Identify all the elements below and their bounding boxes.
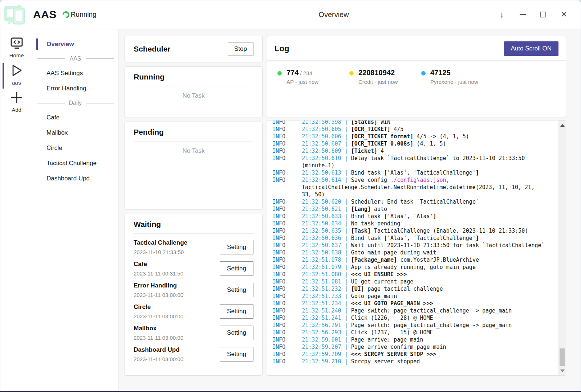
setting-button[interactable]: Setting — [220, 304, 253, 319]
minimize-icon[interactable] — [518, 10, 527, 19]
log-timestamp: 21:32:56.291 — [302, 322, 341, 328]
sidebar-item-tactical-challenge[interactable]: Tactical Challenge — [33, 156, 118, 171]
log-line: INFO 21:32:51.080 | <<< UI ENSURE >>> — [272, 271, 557, 278]
log-message-segment: [Ticket] — [351, 148, 377, 154]
log-separator: | — [341, 315, 351, 321]
log-message-segment: [Package_name] — [351, 257, 397, 263]
maximize-icon[interactable] — [539, 10, 548, 19]
log-message-segment: 4 — [377, 148, 384, 154]
setting-button[interactable]: Setting — [220, 240, 253, 254]
log-timestamp: 21:32:50.621 — [302, 206, 341, 212]
log-line: INFO 21:32:51.240 | Page switch: page_ta… — [272, 307, 557, 314]
log-line: INFO 21:32:50.605 | [OCR_TICKET] 4/5 — [272, 126, 557, 133]
waiting-task-next-run: 2023-11-11 03:00:00 — [134, 356, 183, 362]
log-message-segment: Click (1237, 15) @ HOME — [351, 329, 433, 336]
setting-button[interactable]: Setting — [220, 326, 253, 340]
waiting-task-next-run: 2023-11-11 03:00:00 — [134, 313, 183, 319]
waiting-task-row: Tactical Challenge2023-11-10 21:33:50Set… — [134, 239, 253, 255]
log-level: INFO — [272, 249, 302, 256]
log-line: INFO 21:32:50.633 | Bind task ['Alas', '… — [272, 213, 557, 220]
rail-item-label: Home — [9, 52, 24, 58]
log-level: INFO — [272, 206, 302, 212]
sidebar-item-dashboard-upd[interactable]: Dashboard Upd — [33, 171, 118, 186]
stat-text: 47125Pyroxene - just now — [430, 69, 478, 85]
log-message-segment: [OCR_TICKET] — [351, 126, 390, 132]
stat-value: 774 / 234 — [287, 69, 318, 77]
divider — [134, 233, 253, 234]
log-message-segment: [ — [384, 170, 387, 176]
log-level: INFO — [272, 220, 302, 227]
sidebar-item-mailbox[interactable]: Mailbox — [33, 125, 118, 140]
log-separator: | — [341, 278, 351, 285]
scroll-up-icon[interactable] — [559, 121, 566, 129]
log-line: INFO 21:32:50.634 | No task pending — [272, 220, 557, 227]
close-icon[interactable]: ✕ — [560, 10, 568, 19]
setting-button[interactable]: Setting — [220, 347, 253, 362]
sidebar-item-circle[interactable]: Circle — [33, 140, 118, 156]
log-level: INFO — [272, 133, 302, 140]
log-level: INFO — [272, 322, 302, 328]
log-level: INFO — [272, 140, 302, 147]
log-level: INFO — [272, 177, 302, 183]
rail-item-aas[interactable]: aas — [0, 64, 33, 91]
log-header-card: Log Auto Scroll ON 774 / 234AP - just no… — [267, 36, 566, 117]
scroll-down-icon[interactable] — [559, 367, 566, 375]
log-separator: | — [341, 140, 351, 147]
log-level: INFO — [272, 155, 302, 162]
log-separator: | — [341, 235, 351, 241]
log-line: INFO 21:32:59.210 | Scrcpy server stoppe… — [272, 358, 557, 365]
sidebar-item-cafe[interactable]: Cafe — [33, 110, 118, 125]
log-level: INFO — [272, 264, 302, 270]
stop-button[interactable]: Stop — [228, 42, 253, 56]
log-separator: | — [341, 249, 351, 256]
log-message-segment: [ — [384, 213, 387, 220]
waiting-task-row: Error Handling2023-11-11 03:00:00Setting — [134, 282, 253, 298]
log-message-segment: Click (1226, 28) @ HOME — [351, 315, 433, 321]
log-line: INFO 21:32:50.598 | [Status] WIN — [272, 120, 557, 126]
sidebar-item-overview[interactable]: Overview — [33, 38, 118, 50]
log-timestamp: 21:32:50.637 — [302, 242, 341, 249]
waiting-task-next-run: 2023-11-11 03:00:00 — [134, 335, 183, 341]
log-message-segment: Save config — [351, 177, 390, 183]
sidebar-item-aas-settings[interactable]: AAS Settings — [33, 66, 118, 81]
rail-item-home[interactable]: Home — [0, 37, 33, 64]
log-level: INFO — [272, 329, 302, 336]
log-scrollbar[interactable] — [558, 121, 566, 375]
waiting-task-next-run: 2023-11-11 00:31:50 — [134, 270, 183, 277]
log-timestamp: 21:32:51.241 — [302, 315, 341, 321]
log-message-segment: [OCR_TICKET 0.008s] — [351, 140, 414, 147]
log-timestamp: 21:32:50.607 — [302, 140, 341, 147]
log-line: INFO 21:32:50.607 | [OCR_TICKET 0.008s] … — [272, 140, 557, 147]
waiting-task-row: Cafe2023-11-11 00:31:50Setting — [134, 261, 253, 277]
sidebar-item-error-handling[interactable]: Error Handling — [33, 81, 118, 96]
running-spinner-icon — [61, 10, 71, 20]
log-message-segment: ./config\aas.json — [390, 177, 446, 183]
app-logo-icon — [4, 4, 25, 25]
log-level: INFO — [272, 213, 302, 220]
setting-button[interactable]: Setting — [220, 261, 253, 276]
log-message-segment: [UI] — [351, 286, 364, 292]
log-message-segment: ] — [433, 213, 436, 220]
download-update-icon[interactable]: ↓ — [497, 10, 506, 19]
setting-button[interactable]: Setting — [220, 283, 253, 297]
log-line: INFO 21:32:59.207 | Page arrive confirm … — [272, 343, 557, 351]
stat-value: 47125 — [430, 69, 478, 77]
log-message-segment: Page arrive confirm page_main — [351, 344, 446, 350]
log-message-segment: Page switch: page_tactical_challenge -> … — [351, 322, 512, 328]
waiting-task-info: Error Handling2023-11-11 03:00:00 — [134, 282, 183, 298]
stat-total: / 234 — [298, 70, 312, 76]
running-title: Running — [134, 73, 253, 81]
divider — [267, 60, 566, 61]
waiting-task-name: Mailbox — [134, 325, 183, 332]
scrollbar-thumb[interactable] — [560, 348, 565, 366]
nav-rail: HomeaasAdd — [0, 29, 33, 391]
sidebar-group-label: AAS — [70, 56, 81, 62]
log-separator: | — [341, 271, 351, 278]
log-line: INFO 21:32:59.209 | <<< SCRCPY SERVER ST… — [272, 351, 557, 358]
log-level: INFO — [272, 315, 302, 321]
log-message-segment: [Task] — [351, 228, 371, 234]
log-line: INFO 21:32:51.241 | Click (1226, 28) @ H… — [272, 314, 557, 322]
rail-item-add[interactable]: Add — [0, 91, 33, 118]
auto-scroll-button[interactable]: Auto Scroll ON — [504, 41, 558, 56]
log-timestamp: 21:32:59.001 — [302, 336, 341, 343]
